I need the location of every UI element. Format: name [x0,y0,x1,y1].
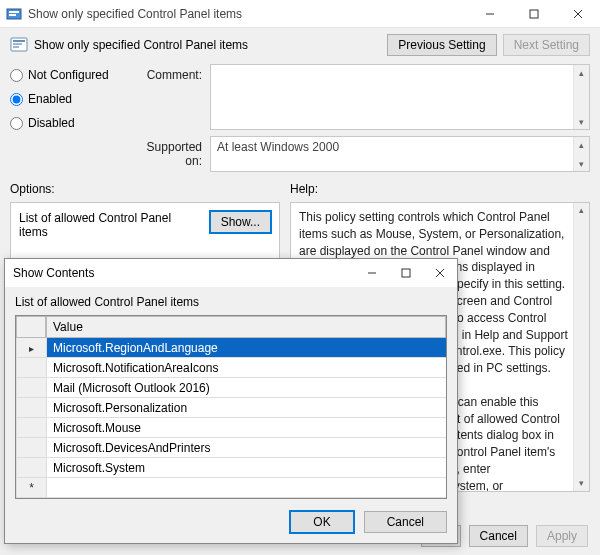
scroll-down-icon[interactable]: ▾ [574,156,589,171]
supported-text: At least Windows 2000 [217,140,339,154]
apply-button[interactable]: Apply [536,525,588,547]
policy-app-icon [6,6,22,22]
scroll-down-icon[interactable]: ▾ [574,114,589,129]
row-handle[interactable] [16,458,46,478]
row-handle[interactable] [16,418,46,438]
close-button[interactable] [556,0,600,28]
row-value[interactable] [46,478,446,498]
policy-name: Show only specified Control Panel items [34,38,381,52]
table-row[interactable]: Microsoft.Mouse [16,418,446,438]
scroll-up-icon[interactable]: ▴ [574,65,589,80]
svg-rect-8 [13,40,25,42]
row-value[interactable]: Microsoft.RegionAndLanguage [46,338,446,358]
row-handle[interactable] [16,338,46,358]
row-value[interactable]: Microsoft.Personalization [46,398,446,418]
svg-rect-12 [402,269,410,277]
modal-close-button[interactable] [423,259,457,287]
table-row[interactable]: Mail (Microsoft Outlook 2016) [16,378,446,398]
options-label: Options: [10,182,280,196]
table-row[interactable]: Microsoft.RegionAndLanguage [16,338,446,358]
svg-rect-10 [13,46,19,48]
cancel-button[interactable]: Cancel [469,525,528,547]
supported-label: Supported on: [130,136,210,168]
table-row[interactable]: Microsoft.DevicesAndPrinters [16,438,446,458]
scroll-up-icon[interactable]: ▴ [574,203,589,218]
maximize-button[interactable] [512,0,556,28]
row-value[interactable]: Mail (Microsoft Outlook 2016) [46,378,446,398]
grid-corner [16,316,46,338]
row-handle[interactable] [16,358,46,378]
table-row-new[interactable] [16,478,446,498]
row-handle[interactable] [16,438,46,458]
next-setting-button[interactable]: Next Setting [503,34,590,56]
modal-titlebar: Show Contents [5,259,457,287]
scroll-up-icon[interactable]: ▴ [574,137,589,152]
grid-col-header[interactable]: Value [46,316,446,338]
radio-not-configured[interactable]: Not Configured [10,68,130,82]
scroll-down-icon[interactable]: ▾ [574,476,589,491]
titlebar: Show only specified Control Panel items [0,0,600,28]
modal-ok-button[interactable]: OK [290,511,353,533]
table-row[interactable]: Microsoft.NotificationAreaIcons [16,358,446,378]
modal-maximize-button[interactable] [389,259,423,287]
svg-rect-4 [530,10,538,18]
svg-rect-9 [13,43,22,45]
comment-textbox[interactable]: ▴ ▾ [210,64,590,130]
radio-enabled[interactable]: Enabled [10,92,130,106]
row-handle[interactable] [16,478,46,498]
modal-list-label: List of allowed Control Panel items [15,295,447,309]
show-contents-dialog: Show Contents List of allowed Control Pa… [4,258,458,544]
modal-minimize-button[interactable] [355,259,389,287]
show-button[interactable]: Show... [210,211,271,233]
row-handle[interactable] [16,378,46,398]
row-handle[interactable] [16,398,46,418]
radio-disabled[interactable]: Disabled [10,116,130,130]
table-row[interactable]: Microsoft.System [16,458,446,478]
row-value[interactable]: Microsoft.DevicesAndPrinters [46,438,446,458]
previous-setting-button[interactable]: Previous Setting [387,34,496,56]
table-row[interactable]: Microsoft.Personalization [16,398,446,418]
options-list-label: List of allowed Control Panel items [19,211,202,239]
policy-icon [10,36,28,54]
modal-title: Show Contents [13,266,94,280]
minimize-button[interactable] [468,0,512,28]
row-value[interactable]: Microsoft.NotificationAreaIcons [46,358,446,378]
scrollbar[interactable]: ▴ ▾ [573,65,589,129]
scrollbar[interactable]: ▴ ▾ [573,137,589,171]
row-value[interactable]: Microsoft.Mouse [46,418,446,438]
row-value[interactable]: Microsoft.System [46,458,446,478]
help-label: Help: [290,182,590,196]
modal-cancel-button[interactable]: Cancel [364,511,447,533]
values-grid[interactable]: Value Microsoft.RegionAndLanguageMicroso… [15,315,447,499]
state-radio-group: Not Configured Enabled Disabled [10,64,130,130]
window-title: Show only specified Control Panel items [28,7,468,21]
scrollbar[interactable]: ▴ ▾ [573,203,589,491]
svg-rect-1 [9,11,19,13]
comment-label: Comment: [130,64,210,82]
svg-rect-2 [9,14,16,16]
supported-textbox: At least Windows 2000 ▴ ▾ [210,136,590,172]
